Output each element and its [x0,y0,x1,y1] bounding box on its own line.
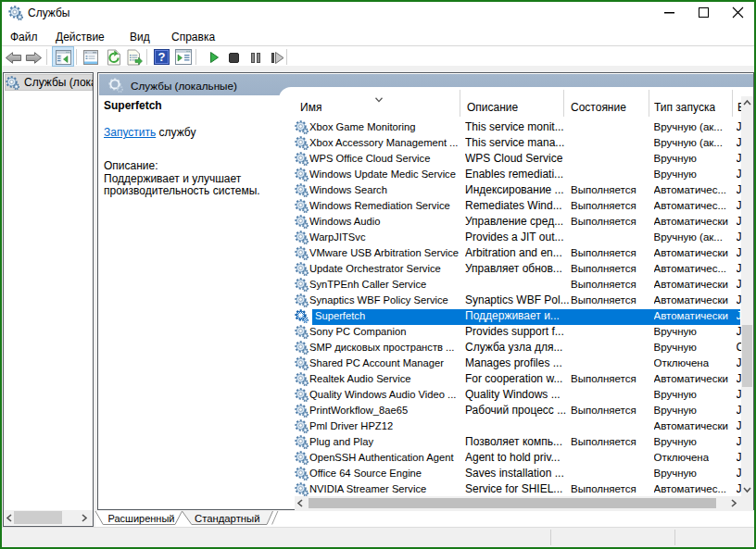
svg-text:?: ? [158,50,166,64]
